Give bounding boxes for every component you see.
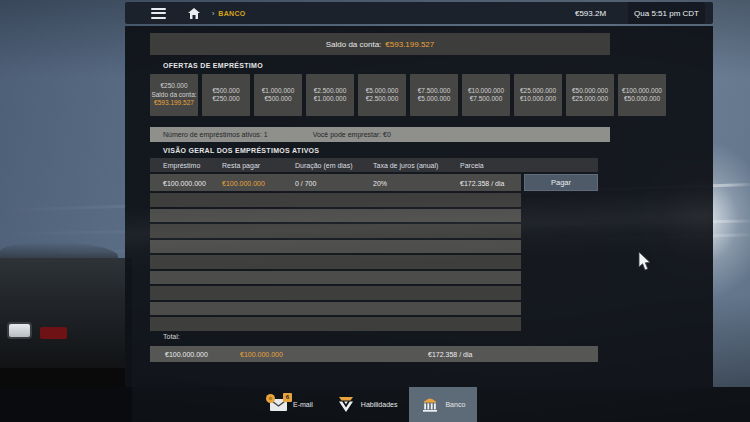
col-header-remaining: Resta pagar bbox=[222, 162, 260, 169]
offer-amount: €500.000 bbox=[212, 87, 239, 95]
breadcrumb-arrow-icon: › bbox=[212, 10, 214, 17]
offer-previous-amount: €7.500.000 bbox=[470, 95, 503, 103]
active-loans-count: Número de empréstimos ativos: 1 bbox=[163, 131, 268, 138]
offer-amount: €2.500.000 bbox=[314, 87, 347, 95]
truck-lamp-white bbox=[7, 322, 32, 339]
empty-loan-row bbox=[150, 240, 521, 254]
total-remaining: €100.000.000 bbox=[240, 351, 283, 358]
offer-amount: €10.000.000 bbox=[468, 87, 504, 95]
loan-offer-card[interactable]: €1.000.000€500.000 bbox=[254, 74, 302, 116]
skills-icon bbox=[337, 397, 355, 412]
col-header-installment: Parcela bbox=[460, 162, 484, 169]
empty-loan-rows bbox=[150, 193, 521, 333]
bank-icon bbox=[421, 397, 439, 412]
loan-amount: €100.000.000 bbox=[163, 179, 206, 186]
empty-loan-row bbox=[150, 224, 521, 238]
loans-table-header: Empréstimo Resta pagar Duração (em dias)… bbox=[150, 158, 598, 172]
total-label: Total: bbox=[163, 333, 180, 340]
balance-value: €593.199.527 bbox=[385, 40, 434, 49]
top-bar: › BANCO €593.2M Qua 5:51 pm CDT bbox=[125, 2, 713, 24]
loan-offer-card[interactable]: €100.000.000€50.000.000 bbox=[618, 74, 666, 116]
loan-offer-card[interactable]: €7.500.000€5.000.000 bbox=[410, 74, 458, 116]
pay-button[interactable]: Pagar bbox=[524, 174, 598, 191]
loan-offer-card[interactable]: €10.000.000€7.500.000 bbox=[462, 74, 510, 116]
menu-icon[interactable] bbox=[151, 8, 166, 19]
offer-previous-amount: €250.000 bbox=[212, 95, 239, 103]
email-icon: 6 bbox=[270, 399, 287, 411]
offer-amount: €250.000 bbox=[160, 82, 187, 90]
empty-loan-row bbox=[150, 286, 521, 300]
empty-loan-row bbox=[150, 302, 521, 316]
offer-previous-amount: €5.000.000 bbox=[418, 95, 451, 103]
loan-remaining: €100.000.000 bbox=[222, 179, 265, 186]
offer-amount: €25.000.000 bbox=[520, 87, 556, 95]
tab-skills-label: Habilidades bbox=[361, 401, 398, 408]
loans-total-row: €100.000.000 €100.000.000 €172.358 / dia bbox=[150, 346, 598, 362]
offer-amount: €1.000.000 bbox=[262, 87, 295, 95]
col-header-duration: Duração (em dias) bbox=[295, 162, 353, 169]
game-datetime: Qua 5:51 pm CDT bbox=[628, 2, 705, 24]
offer-previous-amount: €2.500.000 bbox=[366, 95, 399, 103]
loan-offer-card[interactable]: €2.500.000€1.000.000 bbox=[306, 74, 354, 116]
balance-tooltip-value: €593.199.527 bbox=[154, 99, 194, 107]
col-header-interest: Taxa de juros (anual) bbox=[373, 162, 438, 169]
bank-panel: Saldo da conta: €593.199.527 OFERTAS DE … bbox=[125, 26, 713, 387]
loan-offer-cards: €250.000 Saldo da conta: €593.199.527 €5… bbox=[150, 74, 666, 116]
home-icon[interactable] bbox=[188, 8, 200, 19]
empty-loan-row bbox=[150, 255, 521, 269]
total-installment: €172.358 / dia bbox=[428, 351, 472, 358]
bottom-bar: 6 E-mail Habilidades bbox=[0, 387, 750, 422]
loan-duration: 0 / 700 bbox=[295, 179, 316, 186]
offer-amount: €5.000.000 bbox=[366, 87, 399, 95]
loan-interest: 20% bbox=[373, 179, 387, 186]
loan-offer-card[interactable]: €5.000.000€2.500.000 bbox=[358, 74, 406, 116]
offer-previous-amount: €25.000.000 bbox=[572, 95, 608, 103]
tab-email-label: E-mail bbox=[293, 401, 313, 408]
loan-installment: €172.358 / dia bbox=[460, 179, 504, 186]
loan-offer-card-hovered[interactable]: €250.000 Saldo da conta: €593.199.527 bbox=[150, 74, 198, 116]
account-balance-short: €593.2M bbox=[575, 9, 606, 18]
balance-tooltip-label: Saldo da conta: bbox=[151, 91, 196, 99]
empty-loan-row bbox=[150, 317, 521, 331]
active-loans-title: VISÃO GERAL DOS EMPRÉSTIMOS ATIVOS bbox=[163, 147, 319, 154]
bank-screen: { "topbar": { "breadcrumb_arrow": "›", "… bbox=[0, 0, 750, 422]
loan-offer-card[interactable]: €500.000€250.000 bbox=[202, 74, 250, 116]
truck-lamp-red bbox=[40, 327, 67, 339]
borrow-capacity: Você pode emprestar: €0 bbox=[313, 131, 391, 138]
offer-amount: €7.500.000 bbox=[418, 87, 451, 95]
empty-loan-row bbox=[150, 209, 521, 223]
bottom-tabs: 6 E-mail Habilidades bbox=[258, 387, 477, 422]
loan-offer-card[interactable]: €25.000.000€10.000.000 bbox=[514, 74, 562, 116]
account-balance-bar: Saldo da conta: €593.199.527 bbox=[150, 33, 610, 55]
loan-status-bar: Número de empréstimos ativos: 1 Você pod… bbox=[150, 127, 610, 142]
loan-offer-card[interactable]: €50.000.000€25.000.000 bbox=[566, 74, 614, 116]
loan-offers-title: OFERTAS DE EMPRÉSTIMO bbox=[163, 62, 263, 69]
offer-previous-amount: €10.000.000 bbox=[520, 95, 556, 103]
email-unread-badge: 6 bbox=[283, 393, 292, 402]
offer-amount: €100.000.000 bbox=[622, 87, 662, 95]
offer-previous-amount: €500.000 bbox=[264, 95, 291, 103]
offer-previous-amount: €1.000.000 bbox=[314, 95, 347, 103]
total-amount: €100.000.000 bbox=[165, 351, 208, 358]
breadcrumb: BANCO bbox=[218, 10, 245, 17]
col-header-loan: Empréstimo bbox=[163, 162, 200, 169]
empty-loan-row bbox=[150, 193, 521, 207]
active-loan-row: €100.000.000 €100.000.000 0 / 700 20% €1… bbox=[150, 174, 521, 191]
tab-bank[interactable]: Banco bbox=[409, 387, 477, 422]
balance-label: Saldo da conta: bbox=[326, 40, 382, 49]
tab-bank-label: Banco bbox=[445, 401, 465, 408]
offer-amount: €50.000.000 bbox=[572, 87, 608, 95]
empty-loan-row bbox=[150, 271, 521, 285]
offer-previous-amount: €50.000.000 bbox=[624, 95, 660, 103]
coin-icon bbox=[266, 394, 275, 403]
tab-skills[interactable]: Habilidades bbox=[325, 387, 410, 422]
tab-email[interactable]: 6 E-mail bbox=[258, 387, 325, 422]
